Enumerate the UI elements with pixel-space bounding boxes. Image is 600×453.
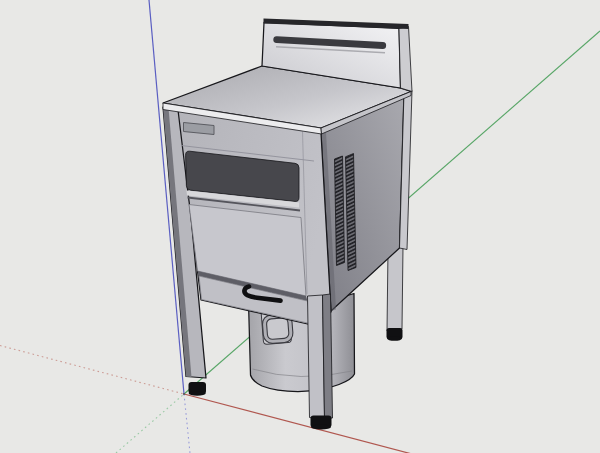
- leg-front-right-tube: [308, 295, 325, 419]
- viewport-canvas[interactable]: [0, 0, 600, 453]
- green-axis-negative: [116, 394, 184, 453]
- foot-front-left-base: [189, 391, 206, 396]
- front-panel: [178, 110, 331, 325]
- leg-rear-right: [387, 247, 404, 341]
- ice-machine-model[interactable]: [163, 19, 412, 430]
- backsplash-right-face: [399, 27, 412, 92]
- red-axis-negative: [0, 346, 184, 395]
- leg-rear-right-tube: [387, 247, 403, 331]
- model-viewport[interactable]: [0, 0, 600, 453]
- blue-axis-negative: [184, 394, 190, 453]
- leg-front-right: [308, 294, 333, 430]
- foot-rear-right-base: [387, 336, 402, 340]
- red-axis: [184, 394, 412, 453]
- foot-front-right-base: [311, 424, 331, 429]
- vent-grille-column-left: [335, 156, 345, 266]
- axis-origin: [183, 393, 185, 395]
- leg-front-right-side-face: [323, 294, 333, 419]
